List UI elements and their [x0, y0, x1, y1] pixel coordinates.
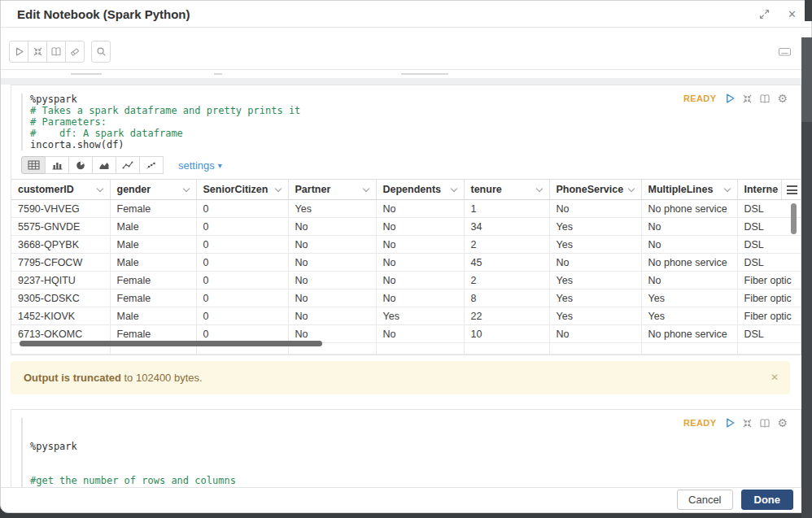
- chevron-down-icon[interactable]: [723, 185, 730, 192]
- scatter-chart-icon[interactable]: [139, 156, 164, 174]
- paragraph-2-status-row: READY ⚙: [683, 417, 788, 429]
- chevron-down-icon[interactable]: [362, 185, 369, 192]
- table-cell: 9305-CDSKC: [11, 289, 110, 307]
- table-cell: No: [641, 272, 737, 289]
- code-line: incorta.show(df): [30, 139, 801, 150]
- column-header-dependents[interactable]: Dependents: [376, 180, 464, 200]
- bar-chart-icon[interactable]: [45, 156, 69, 174]
- collapse-paragraph-icon[interactable]: [742, 418, 753, 429]
- table-cell: No: [288, 236, 376, 254]
- clear-output-icon[interactable]: [65, 41, 85, 63]
- table-cell: No: [641, 236, 737, 254]
- result-table: customerIDgenderSeniorCitizenPartnerDepe…: [11, 180, 801, 355]
- column-label: customerID: [18, 184, 74, 195]
- table-cell: Male: [110, 254, 196, 272]
- table-row: 7795-CFOCWMale0NoNo45NoNo phone serviceD…: [11, 254, 801, 272]
- status-badge: READY: [683, 418, 717, 428]
- column-header-partner[interactable]: Partner: [288, 180, 376, 200]
- close-icon[interactable]: ✕: [788, 8, 797, 20]
- table-cell: No phone service: [641, 200, 737, 218]
- table-view-icon[interactable]: [21, 156, 46, 174]
- table-cell: No: [376, 254, 464, 272]
- table-row: 9305-CDSKCFemale0NoNo8YesYesFiber optic: [11, 289, 801, 307]
- table-cell: No: [549, 254, 641, 272]
- warning-bold-text: Output is truncated: [24, 372, 121, 384]
- table-cell: 7795-CFOCW: [11, 254, 110, 272]
- table-cell: 8: [464, 289, 549, 307]
- chevron-down-icon[interactable]: [627, 185, 634, 192]
- table-cell: No: [641, 218, 737, 236]
- window-scrollbar[interactable]: [801, 37, 812, 518]
- area-chart-icon[interactable]: [92, 156, 116, 174]
- line-chart-icon[interactable]: [116, 156, 140, 174]
- collapse-all-icon[interactable]: [28, 41, 47, 63]
- pie-chart-icon[interactable]: [68, 156, 93, 174]
- expand-icon[interactable]: [759, 9, 770, 20]
- shortcuts-icon[interactable]: [778, 47, 792, 57]
- table-cell: Male: [110, 218, 196, 236]
- table-cell: No: [549, 325, 641, 343]
- column-header-phoneservice[interactable]: PhoneService: [549, 180, 641, 200]
- table-cell: No: [376, 236, 464, 254]
- report-view-icon[interactable]: [46, 41, 66, 63]
- table-cell: 0: [196, 218, 288, 236]
- column-label: MultipleLines: [648, 184, 714, 195]
- paragraph-settings-icon[interactable]: ⚙: [777, 93, 788, 104]
- table-cell: [376, 343, 464, 355]
- column-header-interne[interactable]: Interne: [737, 180, 781, 200]
- table-cell: 0: [196, 254, 288, 272]
- run-all-icon[interactable]: [9, 41, 28, 63]
- chevron-down-icon[interactable]: [96, 185, 103, 192]
- table-cell: No phone service: [641, 254, 737, 272]
- table-cell: No: [376, 272, 464, 289]
- table-cell: No: [288, 307, 376, 325]
- modal-header: Edit Notebook (Spark Python) ✕: [1, 1, 811, 28]
- paragraph-settings-icon[interactable]: ⚙: [777, 417, 788, 429]
- column-header-seniorcitizen[interactable]: SeniorCitizen: [196, 180, 288, 200]
- table-cell: No: [549, 200, 641, 218]
- run-paragraph-icon[interactable]: [724, 93, 736, 104]
- settings-dropdown[interactable]: settings ▾: [178, 159, 222, 172]
- column-label: tenure: [471, 184, 502, 195]
- search-icon[interactable]: [91, 41, 111, 63]
- done-button[interactable]: Done: [741, 490, 794, 510]
- table-cell: No phone service: [641, 325, 737, 343]
- column-header-customerid[interactable]: customerID: [11, 180, 110, 200]
- cancel-button[interactable]: Cancel: [677, 490, 732, 510]
- window-scrollbar-thumb[interactable]: [801, 37, 812, 122]
- table-cell: No: [376, 325, 464, 343]
- chevron-down-icon[interactable]: [535, 185, 542, 192]
- table-cell: Yes: [549, 272, 641, 289]
- result-table-wrap: customerIDgenderSeniorCitizenPartnerDepe…: [11, 179, 801, 355]
- collapse-paragraph-icon[interactable]: [742, 94, 753, 104]
- chevron-down-icon[interactable]: [182, 185, 189, 192]
- table-menu-header[interactable]: [781, 180, 801, 200]
- table-cell: No: [376, 218, 464, 236]
- table-menu-icon[interactable]: [787, 185, 797, 194]
- chevron-down-icon[interactable]: [450, 185, 456, 192]
- show-editor-icon[interactable]: [759, 94, 771, 104]
- chevron-down-icon[interactable]: [274, 185, 281, 192]
- column-header-gender[interactable]: gender: [110, 180, 196, 200]
- table-row: 1452-KIOVKMale0NoYes22YesYesFiber optic: [11, 307, 801, 325]
- vertical-scrollbar[interactable]: [791, 203, 797, 234]
- table-cell: Yes: [549, 236, 641, 254]
- warning-close-icon[interactable]: ✕: [771, 372, 779, 383]
- table-cell: Female: [110, 272, 196, 289]
- table-cell: No: [376, 289, 464, 307]
- horizontal-scrollbar[interactable]: [20, 341, 322, 346]
- table-cell: DSL: [737, 254, 801, 272]
- show-editor-icon[interactable]: [759, 418, 771, 429]
- paragraph-2: %pyspark #get the number of rows and col…: [11, 409, 801, 487]
- table-cell: 2: [464, 272, 549, 289]
- column-label: Dependents: [383, 184, 442, 195]
- table-cell: Female: [110, 289, 196, 307]
- run-paragraph-icon[interactable]: [724, 417, 736, 429]
- table-cell: 10: [464, 325, 549, 343]
- column-header-tenure[interactable]: tenure: [464, 180, 549, 200]
- table-cell: 5575-GNVDE: [11, 218, 110, 236]
- table-cell: Yes: [641, 307, 737, 325]
- column-header-multiplelines[interactable]: MultipleLines: [641, 180, 737, 200]
- column-label: gender: [117, 184, 151, 195]
- table-cell: [464, 343, 549, 355]
